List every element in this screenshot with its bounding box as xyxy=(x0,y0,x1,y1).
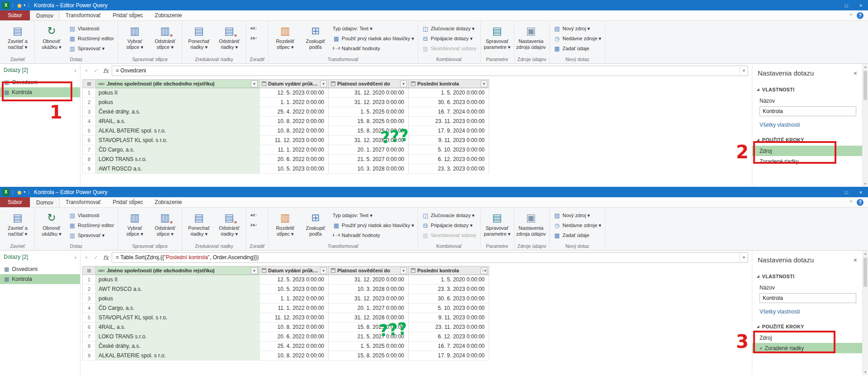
cell[interactable]: 10. 8. 2022 0:00:00 xyxy=(259,117,329,126)
applied-steps-section-header[interactable]: ◢ POUŽITÉ KROKY xyxy=(757,324,868,329)
query-item-osvedceni[interactable]: ▦Osvedceni xyxy=(0,77,80,87)
cell[interactable]: 20. 6. 2022 0:00:00 xyxy=(259,332,329,342)
column-header-datum-vyd-n-pr-kaz[interactable]: Datum vydání průkazů▾ xyxy=(259,79,329,88)
ribbon-button-prip-jacie-dotazy[interactable]: ⊟Pripájacie dotazy ▾ xyxy=(420,221,478,229)
cell[interactable]: 11. 1. 2022 0:00:00 xyxy=(259,304,329,313)
row-number[interactable]: 3 xyxy=(82,294,96,304)
filter-button[interactable]: ▾ xyxy=(400,267,407,274)
tab-domov[interactable]: Domov xyxy=(30,10,60,20)
ribbon-button-zavrie-a-na-ta[interactable]: ▤Zavrieť anačítať ▾ xyxy=(3,209,32,238)
cell[interactable]: 23. 11. 2023 0:00:00 xyxy=(409,323,489,332)
applied-step-zoraden-riadky[interactable]: ×Zoradené riadky xyxy=(752,343,868,353)
cell[interactable]: AWT ROSCO a.s. xyxy=(96,164,259,174)
applied-step-zoraden-riadky[interactable]: Zoradené riadky xyxy=(752,156,868,166)
cell[interactable]: pokus xyxy=(96,98,259,107)
row-number[interactable]: 4 xyxy=(82,117,96,126)
cell[interactable]: 30. 6. 2023 0:00:00 xyxy=(409,98,489,107)
ribbon-button-nahradi-hodnoty[interactable]: 1→2Nahradiť hodnoty xyxy=(331,231,415,239)
cell[interactable]: ALKAL BATERIE spol. s r.o. xyxy=(96,351,259,361)
cell[interactable]: 15. 8. 2025 0:00:00 xyxy=(329,126,409,136)
tab-prida-st-pec[interactable]: Pridať stĺpec xyxy=(107,197,149,207)
cell[interactable]: STAVOPLAST KL spol. s r.o. xyxy=(96,136,259,145)
ribbon-button-ponecha-riadky[interactable]: ▤Ponechaťriadky ▾ xyxy=(184,22,213,51)
cell[interactable]: ČD Cargo, a.s. xyxy=(96,145,259,155)
ribbon-button-spravova-parametre[interactable]: ▤Spravovaťparametre ▾ xyxy=(483,22,512,51)
cell[interactable]: 31. 12. 2023 0:00:00 xyxy=(329,294,409,304)
cell[interactable]: 20. 1. 2027 0:00:00 xyxy=(329,145,409,155)
ribbon-button-vybra-st-pce[interactable]: ▥Vybraťstĺpce ▾ xyxy=(120,209,149,238)
collapse-ribbon-icon[interactable]: ^ xyxy=(850,13,852,18)
cell[interactable]: 23. 11. 2023 0:00:00 xyxy=(409,117,489,126)
cell[interactable]: 5. 10. 2023 0:00:00 xyxy=(409,304,489,313)
scroll-up-icon[interactable]: ▲ xyxy=(863,65,868,68)
all-properties-link[interactable]: Všetky vlastnosti xyxy=(760,309,868,315)
cell[interactable]: 12. 5. 2023 0:00:00 xyxy=(259,275,329,285)
collapse-queries-icon[interactable]: ‹ xyxy=(75,254,76,261)
ribbon-button-pou-i-prv-riadok-ako-hlavi-ky[interactable]: ▦Použiť prvý riadok ako hlavičky ▾ xyxy=(331,221,415,229)
row-number[interactable]: 8 xyxy=(82,155,96,164)
cell[interactable]: 9. 11. 2023 0:00:00 xyxy=(409,313,489,323)
ribbon-button-zoskupi-pod-a[interactable]: ⊞Zoskupiťpodľa xyxy=(301,22,330,51)
tab-s-bor[interactable]: Súbor xyxy=(0,197,30,207)
cell[interactable]: pokus II xyxy=(96,88,259,98)
table-corner-button[interactable]: ⊞ xyxy=(82,266,96,275)
filter-button[interactable]: ▾ xyxy=(320,81,327,87)
column-header-posledn-kontrola[interactable]: Poslední kontrola▾ xyxy=(409,79,489,88)
cell[interactable]: 10. 8. 2022 0:00:00 xyxy=(259,126,329,136)
ribbon-button-nahradi-hodnoty[interactable]: 1→2Nahradiť hodnoty xyxy=(331,44,415,52)
ribbon-button-prip-jacie-dotazy[interactable]: ⊟Pripájacie dotazy ▾ xyxy=(420,34,478,43)
ribbon-button-sort-ascending-icon[interactable]: AZ↓ xyxy=(249,24,259,33)
cell[interactable]: 6. 12. 2023 0:00:00 xyxy=(409,155,489,164)
accept-formula-icon[interactable]: ✓ xyxy=(92,68,100,74)
cell[interactable]: 1. 5. 2025 0:00:00 xyxy=(329,342,409,351)
ribbon-button-odstr-ni-st-pce[interactable]: ▥×Odstrániťstĺpce ▾ xyxy=(151,22,179,51)
tab-zobrazenie[interactable]: Zobrazenie xyxy=(149,197,188,207)
cell[interactable]: 31. 12. 2026 0:00:00 xyxy=(329,136,409,145)
ribbon-button-zavrie-a-na-ta[interactable]: ▤Zavrieť anačítať ▾ xyxy=(3,22,32,51)
cell[interactable]: 1. 5. 2025 0:00:00 xyxy=(329,107,409,117)
tab-prida-st-pec[interactable]: Pridať stĺpec xyxy=(107,10,149,20)
cell[interactable]: 10. 3. 2028 0:00:00 xyxy=(329,164,409,174)
scrollbar-thumb[interactable] xyxy=(863,71,867,100)
tab-domov[interactable]: Domov xyxy=(30,197,60,207)
row-number[interactable]: 7 xyxy=(82,145,96,155)
row-number[interactable]: 2 xyxy=(82,98,96,107)
cell[interactable]: 1. 5. 2020 0:00:00 xyxy=(409,88,489,98)
ribbon-button-nov-zdroj[interactable]: ▤Nový zdroj ▾ xyxy=(552,211,603,219)
scrollbar-thumb[interactable] xyxy=(863,258,867,287)
cell[interactable]: České dráhy, a.s. xyxy=(96,107,259,117)
close-window-button[interactable]: × xyxy=(854,0,868,10)
formula-expand-icon[interactable]: ▾ xyxy=(740,66,748,76)
cell[interactable]: 16. 7. 2024 0:00:00 xyxy=(409,107,489,117)
formula-expand-icon[interactable]: ▾ xyxy=(740,253,748,262)
properties-section-header[interactable]: ◢ VLASTNOSTI xyxy=(757,274,868,279)
cell[interactable]: 21. 5. 2027 0:00:00 xyxy=(329,332,409,342)
cell[interactable]: 15. 8. 2025 0:00:00 xyxy=(329,351,409,361)
accept-formula-icon[interactable]: ✓ xyxy=(92,255,100,261)
ribbon-button-zada-daje[interactable]: ▦Zadať údaje xyxy=(552,231,603,239)
ribbon-button-spravova-parametre[interactable]: ▤Spravovaťparametre ▾ xyxy=(483,209,512,238)
cell[interactable]: České dráhy, a.s. xyxy=(96,342,259,351)
cell[interactable]: 16. 7. 2024 0:00:00 xyxy=(409,342,489,351)
settings-scrollbar[interactable]: ▲ ▼ xyxy=(862,251,868,375)
cell[interactable]: 21. 5. 2027 0:00:00 xyxy=(329,155,409,164)
column-header-jm-no-spole-nosti-dle-obchodn-ho-rejst-ku[interactable]: ABCJméno společnosti (dle obchodního rej… xyxy=(96,79,259,88)
filter-button[interactable]: ↑▾ xyxy=(481,267,487,274)
cell[interactable]: 25. 4. 2022 0:00:00 xyxy=(259,342,329,351)
tab-zobrazenie[interactable]: Zobrazenie xyxy=(149,10,188,20)
query-item-kontrola[interactable]: ▦Kontrola xyxy=(0,274,80,284)
ribbon-button-obnovi-uk-ku[interactable]: ↻Obnoviťukážku ▾ xyxy=(37,22,66,51)
close-settings-icon[interactable]: × xyxy=(854,256,857,264)
formula-input[interactable]: = Osvedceni ▾ xyxy=(112,66,748,76)
filter-button[interactable]: ▾ xyxy=(251,81,258,87)
row-number[interactable]: 1 xyxy=(82,275,96,285)
collapse-ribbon-icon[interactable]: ^ xyxy=(850,199,852,205)
ribbon-button-sort-ascending-icon[interactable]: AZ↓ xyxy=(249,211,259,219)
cell[interactable]: AWT ROSCO a.s. xyxy=(96,285,259,294)
filter-button[interactable]: ▾ xyxy=(400,81,407,87)
cell[interactable]: 10. 8. 2022 0:00:00 xyxy=(259,351,329,361)
cell[interactable]: 10. 5. 2023 0:00:00 xyxy=(259,285,329,294)
ribbon-button-nastavenia-zdroja-dajov[interactable]: ▣Nastaveniazdroja údajov xyxy=(517,22,546,51)
query-name-input[interactable]: Kontrola xyxy=(760,293,856,303)
cell[interactable]: 31. 12. 2020 0:00:00 xyxy=(329,275,409,285)
